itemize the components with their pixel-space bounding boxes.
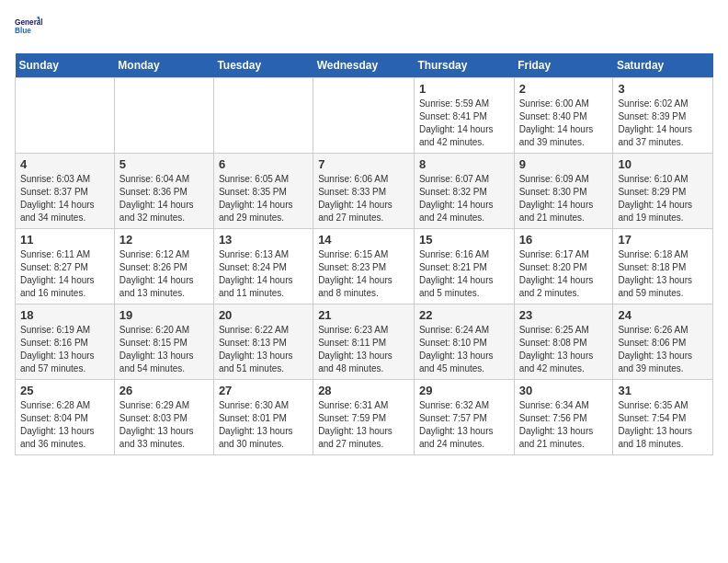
logo: General Blue <box>15 15 42 42</box>
day-number: 26 <box>119 384 209 397</box>
weekday-header-friday: Friday <box>514 53 613 78</box>
day-number: 3 <box>618 82 708 96</box>
calendar-cell: 30Sunrise: 6:34 AM Sunset: 7:56 PM Dayli… <box>514 380 613 455</box>
day-number: 24 <box>618 308 708 322</box>
day-info: Sunrise: 6:18 AM Sunset: 8:18 PM Dayligh… <box>618 248 708 300</box>
calendar-cell: 12Sunrise: 6:12 AM Sunset: 8:26 PM Dayli… <box>114 229 213 304</box>
day-info: Sunrise: 6:06 AM Sunset: 8:33 PM Dayligh… <box>318 173 409 224</box>
day-info: Sunrise: 6:24 AM Sunset: 8:10 PM Dayligh… <box>419 324 509 375</box>
calendar-week-2: 4Sunrise: 6:03 AM Sunset: 8:37 PM Daylig… <box>16 154 713 229</box>
day-number: 8 <box>419 157 509 171</box>
calendar-cell: 2Sunrise: 6:00 AM Sunset: 8:40 PM Daylig… <box>514 78 613 154</box>
day-info: Sunrise: 6:20 AM Sunset: 8:15 PM Dayligh… <box>119 324 209 375</box>
day-number: 31 <box>618 384 708 397</box>
calendar-cell: 15Sunrise: 6:16 AM Sunset: 8:21 PM Dayli… <box>414 229 514 304</box>
day-info: Sunrise: 6:10 AM Sunset: 8:29 PM Dayligh… <box>618 173 708 224</box>
calendar-cell: 19Sunrise: 6:20 AM Sunset: 8:15 PM Dayli… <box>114 304 213 380</box>
calendar-cell <box>16 78 115 154</box>
day-number: 30 <box>519 384 609 397</box>
day-info: Sunrise: 6:04 AM Sunset: 8:36 PM Dayligh… <box>119 173 209 224</box>
day-number: 28 <box>318 384 409 397</box>
weekday-header-row: SundayMondayTuesdayWednesdayThursdayFrid… <box>16 53 713 78</box>
weekday-header-monday: Monday <box>114 53 213 78</box>
day-number: 21 <box>318 308 409 322</box>
weekday-header-tuesday: Tuesday <box>213 53 313 78</box>
calendar-cell: 25Sunrise: 6:28 AM Sunset: 8:04 PM Dayli… <box>16 380 115 455</box>
day-info: Sunrise: 6:09 AM Sunset: 8:30 PM Dayligh… <box>519 173 609 224</box>
day-info: Sunrise: 6:05 AM Sunset: 8:35 PM Dayligh… <box>219 173 308 224</box>
day-info: Sunrise: 6:32 AM Sunset: 7:57 PM Dayligh… <box>419 399 509 451</box>
calendar-cell: 4Sunrise: 6:03 AM Sunset: 8:37 PM Daylig… <box>16 154 115 229</box>
day-number: 13 <box>219 233 308 247</box>
calendar-cell: 20Sunrise: 6:22 AM Sunset: 8:13 PM Dayli… <box>213 304 313 380</box>
day-number: 5 <box>119 157 209 171</box>
calendar-cell: 14Sunrise: 6:15 AM Sunset: 8:23 PM Dayli… <box>313 229 415 304</box>
weekday-header-wednesday: Wednesday <box>313 53 415 78</box>
day-info: Sunrise: 6:07 AM Sunset: 8:32 PM Dayligh… <box>419 173 509 224</box>
calendar-cell: 21Sunrise: 6:23 AM Sunset: 8:11 PM Dayli… <box>313 304 415 380</box>
day-number: 20 <box>219 308 308 322</box>
day-info: Sunrise: 6:11 AM Sunset: 8:27 PM Dayligh… <box>20 248 109 300</box>
calendar-cell: 29Sunrise: 6:32 AM Sunset: 7:57 PM Dayli… <box>414 380 514 455</box>
day-number: 16 <box>519 233 609 247</box>
calendar-cell: 26Sunrise: 6:29 AM Sunset: 8:03 PM Dayli… <box>114 380 213 455</box>
day-info: Sunrise: 6:13 AM Sunset: 8:24 PM Dayligh… <box>219 248 308 300</box>
day-info: Sunrise: 6:28 AM Sunset: 8:04 PM Dayligh… <box>20 399 109 451</box>
day-info: Sunrise: 6:29 AM Sunset: 8:03 PM Dayligh… <box>119 399 209 451</box>
day-number: 9 <box>519 157 609 171</box>
calendar-cell: 1Sunrise: 5:59 AM Sunset: 8:41 PM Daylig… <box>414 78 514 154</box>
day-info: Sunrise: 6:35 AM Sunset: 7:54 PM Dayligh… <box>618 399 708 451</box>
calendar-cell <box>114 78 213 154</box>
day-info: Sunrise: 6:17 AM Sunset: 8:20 PM Dayligh… <box>519 248 609 300</box>
day-info: Sunrise: 6:34 AM Sunset: 7:56 PM Dayligh… <box>519 399 609 451</box>
calendar-cell: 10Sunrise: 6:10 AM Sunset: 8:29 PM Dayli… <box>613 154 713 229</box>
calendar-week-4: 18Sunrise: 6:19 AM Sunset: 8:16 PM Dayli… <box>16 304 713 380</box>
day-number: 14 <box>318 233 409 247</box>
day-number: 7 <box>318 157 409 171</box>
page-header: General Blue <box>15 15 713 42</box>
day-number: 4 <box>20 157 109 171</box>
calendar-week-1: 1Sunrise: 5:59 AM Sunset: 8:41 PM Daylig… <box>16 78 713 154</box>
weekday-header-thursday: Thursday <box>414 53 514 78</box>
day-info: Sunrise: 6:31 AM Sunset: 7:59 PM Dayligh… <box>318 399 409 451</box>
day-number: 2 <box>519 82 609 96</box>
day-number: 10 <box>618 157 708 171</box>
day-info: Sunrise: 6:03 AM Sunset: 8:37 PM Dayligh… <box>20 173 109 224</box>
day-info: Sunrise: 6:02 AM Sunset: 8:39 PM Dayligh… <box>618 98 708 149</box>
day-number: 27 <box>219 384 308 397</box>
day-number: 18 <box>20 308 109 322</box>
day-info: Sunrise: 6:30 AM Sunset: 8:01 PM Dayligh… <box>219 399 308 451</box>
calendar-cell: 9Sunrise: 6:09 AM Sunset: 8:30 PM Daylig… <box>514 154 613 229</box>
weekday-header-saturday: Saturday <box>613 53 713 78</box>
calendar-cell: 8Sunrise: 6:07 AM Sunset: 8:32 PM Daylig… <box>414 154 514 229</box>
day-number: 23 <box>519 308 609 322</box>
day-info: Sunrise: 5:59 AM Sunset: 8:41 PM Dayligh… <box>419 98 509 149</box>
day-number: 17 <box>618 233 708 247</box>
calendar-cell: 24Sunrise: 6:26 AM Sunset: 8:06 PM Dayli… <box>613 304 713 380</box>
calendar-cell: 6Sunrise: 6:05 AM Sunset: 8:35 PM Daylig… <box>213 154 313 229</box>
weekday-header-sunday: Sunday <box>16 53 115 78</box>
day-number: 29 <box>419 384 509 397</box>
day-number: 22 <box>419 308 509 322</box>
calendar-cell <box>213 78 313 154</box>
calendar-cell: 22Sunrise: 6:24 AM Sunset: 8:10 PM Dayli… <box>414 304 514 380</box>
calendar-cell <box>313 78 415 154</box>
calendar-cell: 31Sunrise: 6:35 AM Sunset: 7:54 PM Dayli… <box>613 380 713 455</box>
day-info: Sunrise: 6:15 AM Sunset: 8:23 PM Dayligh… <box>318 248 409 300</box>
day-info: Sunrise: 6:26 AM Sunset: 8:06 PM Dayligh… <box>618 324 708 375</box>
calendar-cell: 18Sunrise: 6:19 AM Sunset: 8:16 PM Dayli… <box>16 304 115 380</box>
day-number: 1 <box>419 82 509 96</box>
logo-icon: General Blue <box>15 15 42 42</box>
calendar-cell: 11Sunrise: 6:11 AM Sunset: 8:27 PM Dayli… <box>16 229 115 304</box>
calendar-week-3: 11Sunrise: 6:11 AM Sunset: 8:27 PM Dayli… <box>16 229 713 304</box>
calendar-table: SundayMondayTuesdayWednesdayThursdayFrid… <box>15 53 713 455</box>
calendar-cell: 3Sunrise: 6:02 AM Sunset: 8:39 PM Daylig… <box>613 78 713 154</box>
day-number: 15 <box>419 233 509 247</box>
calendar-cell: 16Sunrise: 6:17 AM Sunset: 8:20 PM Dayli… <box>514 229 613 304</box>
day-info: Sunrise: 6:16 AM Sunset: 8:21 PM Dayligh… <box>419 248 509 300</box>
calendar-cell: 5Sunrise: 6:04 AM Sunset: 8:36 PM Daylig… <box>114 154 213 229</box>
svg-text:General: General <box>15 18 42 27</box>
calendar-cell: 27Sunrise: 6:30 AM Sunset: 8:01 PM Dayli… <box>213 380 313 455</box>
day-number: 6 <box>219 157 308 171</box>
day-info: Sunrise: 6:12 AM Sunset: 8:26 PM Dayligh… <box>119 248 209 300</box>
